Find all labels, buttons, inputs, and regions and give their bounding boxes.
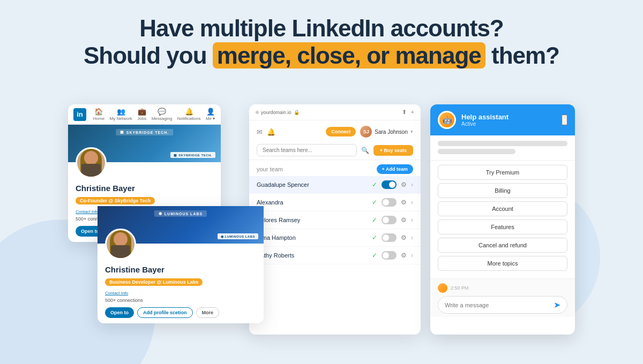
team-search-input[interactable]: [257, 144, 357, 156]
toggle-4[interactable]: [382, 251, 397, 260]
team-row-3: Alma Hampton ✓ ⚙ ›: [249, 229, 421, 247]
avatar-row-1: [68, 147, 221, 178]
typing-bar-2: [438, 149, 515, 154]
chevron-icon-3[interactable]: ›: [411, 234, 413, 241]
profile-avatar-2: [105, 229, 136, 260]
help-menu-try-premium[interactable]: Try Premium: [438, 165, 567, 180]
nav-me-1[interactable]: 👤Me ▾: [206, 108, 215, 121]
company-tag-text-2: LUMINOUS LABS: [165, 212, 203, 216]
profile-avatar-1: [76, 147, 107, 178]
banner-company-tag-2: ◉ LUMINOUS LABS: [154, 210, 207, 217]
team-management-card: yourdomain.io 🔒 ⬆ + ✉ 🔔 Connect SJ Sara …: [249, 104, 421, 335]
mail-icon[interactable]: ✉: [257, 128, 263, 136]
team-search-row: 🔍 + Buy seats: [249, 141, 421, 160]
avatar-body-1: [81, 164, 101, 177]
check-icon-2: ✓: [372, 216, 377, 224]
check-icon-4: ✓: [372, 252, 377, 259]
help-subtitle: Active: [461, 121, 509, 127]
team-user-info: SJ Sara Johnson ▾: [360, 126, 413, 138]
team-url: yourdomain.io 🔒: [256, 110, 300, 115]
nav-jobs-1[interactable]: 💼Jobs: [137, 108, 146, 121]
help-menu-account[interactable]: Account: [438, 201, 567, 216]
profile-info-2: Christine Bayer Business Developer @ Lum…: [98, 262, 264, 323]
toggle-1[interactable]: [382, 198, 397, 207]
headline-line2-after: them?: [485, 42, 559, 69]
avatar-person-2: [110, 230, 131, 258]
toggle-2[interactable]: [382, 216, 397, 224]
toggle-3[interactable]: [382, 233, 397, 242]
nav-messaging-1[interactable]: 💬Messaging: [152, 108, 173, 121]
gear-icon-4[interactable]: ⚙: [401, 252, 407, 259]
headline-highlight: merge, close, or manage: [213, 42, 485, 69]
help-menu-features[interactable]: Features: [438, 219, 567, 234]
toggle-knob-1: [383, 199, 389, 206]
banner-company-tag-1: ▦ SKYBRIDGE TECH.: [116, 129, 174, 135]
help-send-button[interactable]: ➤: [554, 300, 560, 310]
connect-button[interactable]: Connect: [326, 127, 356, 136]
help-assistant-card: 🤖 Help assistant Active x Try Premium Bi…: [430, 104, 575, 335]
help-header-left: 🤖 Help assistant Active: [438, 111, 509, 129]
add-button-2[interactable]: Add profile scetion: [137, 307, 193, 318]
nav-home-1[interactable]: 🏠Home: [93, 108, 104, 121]
buy-seats-button[interactable]: + Buy seats: [373, 145, 413, 156]
nav-jobs-label-1: Jobs: [137, 116, 146, 121]
chevron-icon-2[interactable]: ›: [411, 216, 413, 224]
toggle-0[interactable]: [382, 180, 397, 189]
headline-line1: Have multiple LinkedIn accounts?: [139, 15, 503, 41]
open-button-2[interactable]: Open to: [105, 307, 134, 318]
jobs-icon-1: 💼: [138, 108, 146, 116]
gear-icon-2[interactable]: ⚙: [401, 216, 407, 224]
linkedin-logo-1: in: [73, 108, 86, 121]
add-team-button[interactable]: + Add team: [377, 164, 413, 174]
avatar-person-1: [80, 149, 102, 177]
nav-network-1[interactable]: 👥My Network: [110, 108, 132, 121]
nav-notif-1[interactable]: 🔔Notifications: [177, 108, 201, 121]
help-menu-cancel-refund[interactable]: Cancel and refund: [438, 238, 567, 253]
more-button-2[interactable]: More: [196, 307, 220, 318]
team-member-name-0: Guadalupe Spencer: [257, 181, 309, 188]
check-icon-1: ✓: [372, 199, 377, 206]
plus-icon[interactable]: +: [411, 109, 414, 116]
avatar-head-2: [114, 232, 128, 246]
help-time-avatar: [438, 283, 447, 293]
home-icon-1: 🏠: [94, 108, 103, 116]
chevron-icon-0[interactable]: ›: [411, 181, 413, 188]
help-close-button[interactable]: x: [562, 115, 567, 125]
team-top-bar: yourdomain.io 🔒 ⬆ +: [249, 104, 421, 120]
nav-me-label-1: Me ▾: [206, 116, 215, 121]
nav-notif-label-1: Notifications: [177, 116, 201, 121]
help-message-input[interactable]: [445, 302, 554, 308]
check-icon-0: ✓: [372, 181, 377, 188]
nav-network-label-1: My Network: [110, 116, 132, 121]
me-icon-1: 👤: [206, 108, 215, 116]
team-header: ✉ 🔔 Connect SJ Sara Johnson ▾: [249, 120, 421, 141]
gear-icon-3[interactable]: ⚙: [401, 234, 407, 241]
help-menu-more-topics[interactable]: More topics: [438, 256, 567, 271]
help-title-group: Help assistant Active: [461, 113, 509, 127]
toggle-knob-0: [389, 181, 395, 188]
team-row-right-1: ✓ ⚙ ›: [372, 198, 413, 207]
url-dot: [256, 111, 259, 114]
gear-icon-0[interactable]: ⚙: [401, 181, 407, 188]
team-section-header: your team + Add team: [249, 160, 421, 176]
team-row-0: Guadalupe Spencer ✓ ⚙ ›: [249, 176, 421, 194]
gear-icon-1[interactable]: ⚙: [401, 199, 407, 206]
search-icon: 🔍: [361, 147, 369, 154]
team-header-right: Connect SJ Sara Johnson ▾: [326, 126, 413, 138]
chevron-icon-4[interactable]: ›: [411, 252, 413, 259]
team-row-right-0: ✓ ⚙ ›: [372, 180, 413, 189]
share-icon[interactable]: ⬆: [402, 109, 407, 116]
chevron-icon-1[interactable]: ›: [411, 199, 413, 206]
profile-contact-2[interactable]: Contact Info: [105, 291, 256, 295]
help-menu-billing[interactable]: Billing: [438, 183, 567, 198]
bell-icon[interactable]: 🔔: [267, 128, 275, 136]
nav-messaging-label-1: Messaging: [152, 116, 173, 121]
team-header-icons: ✉ 🔔: [257, 128, 275, 136]
team-user-avatar: SJ: [360, 126, 372, 138]
typing-bar-1: [438, 141, 567, 146]
help-time-text: 2:50 PM: [451, 285, 469, 291]
li-navbar-1: in 🏠Home 👥My Network 💼Jobs 💬Messaging 🔔N…: [68, 104, 221, 125]
avatar-body-2: [111, 245, 130, 258]
profile-name-2: Christine Bayer: [105, 265, 256, 274]
help-message-area: 2:50 PM ➤: [430, 278, 575, 317]
